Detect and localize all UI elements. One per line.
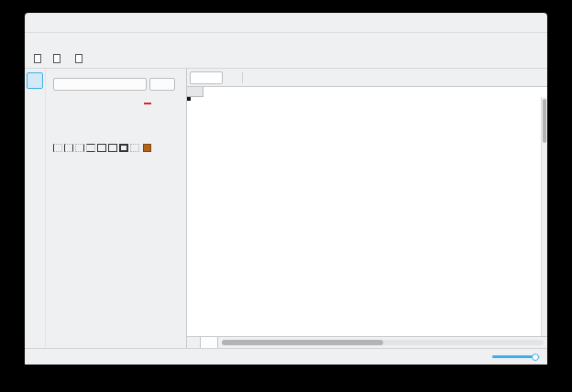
column-headers <box>187 87 547 97</box>
border-thick-button[interactable] <box>119 144 128 152</box>
border-none-button[interactable] <box>130 144 139 152</box>
sheet-tab-bar <box>187 336 547 348</box>
horizontal-scrollbar[interactable] <box>222 340 544 345</box>
cell-tool-button[interactable] <box>27 72 43 89</box>
font-color-button[interactable] <box>141 93 154 105</box>
open-document-button[interactable] <box>50 52 67 65</box>
font-size-select[interactable] <box>149 78 175 91</box>
superscript-button[interactable] <box>112 93 125 105</box>
spreadsheet-area <box>186 69 547 348</box>
tab-sheet1[interactable] <box>200 337 218 348</box>
application-window <box>25 13 547 365</box>
align-top-button[interactable] <box>97 111 110 123</box>
titlebar <box>25 13 547 33</box>
cell-selection-outline <box>187 97 191 101</box>
underline-button[interactable] <box>82 93 95 105</box>
unmerge-cells-button[interactable] <box>97 176 110 188</box>
horizontal-scrollbar-thumb[interactable] <box>222 340 383 345</box>
formula-bar <box>187 69 547 87</box>
vertical-scrollbar[interactable] <box>541 97 547 336</box>
indent-more-button[interactable] <box>68 125 81 137</box>
border-color-swatch <box>143 144 151 152</box>
indent-less-button[interactable] <box>82 125 95 137</box>
align-center-button[interactable] <box>68 111 81 123</box>
sheet-grid <box>187 87 547 336</box>
save-icon <box>75 54 82 63</box>
toolbar <box>25 49 547 69</box>
zoom-slider[interactable] <box>492 355 540 358</box>
merge-horizontal-button[interactable] <box>68 176 81 188</box>
border-right-button[interactable] <box>75 144 84 152</box>
undo-button[interactable] <box>91 57 101 60</box>
save-button[interactable] <box>72 52 86 65</box>
format-button[interactable] <box>514 57 524 60</box>
statusbar <box>25 348 547 365</box>
font-family-select[interactable] <box>53 78 147 91</box>
border-outline-button[interactable] <box>108 144 117 152</box>
new-document-button[interactable] <box>30 52 45 65</box>
bold-button[interactable] <box>53 93 66 105</box>
merge-vertical-button[interactable] <box>82 176 95 188</box>
vertical-scrollbar-thumb[interactable] <box>543 99 546 143</box>
new-document-icon <box>34 54 41 63</box>
menubar <box>25 33 547 49</box>
pen-tool-button[interactable] <box>27 114 43 131</box>
cell-reference-box[interactable] <box>190 71 223 84</box>
select-all-corner[interactable] <box>187 87 204 97</box>
cell-formatting-panel <box>45 69 182 348</box>
open-document-icon <box>53 54 60 63</box>
add-shape-button[interactable] <box>529 57 542 60</box>
zoom-slider-handle[interactable] <box>532 354 539 361</box>
pointer-tool-button[interactable] <box>27 93 43 110</box>
border-all-button[interactable] <box>97 144 106 152</box>
border-vertical-button[interactable] <box>64 144 73 152</box>
divider <box>242 72 243 83</box>
tool-strip <box>25 69 45 348</box>
strikethrough-button[interactable] <box>97 93 110 105</box>
decrease-precision-button[interactable] <box>97 158 110 170</box>
subscript-button[interactable] <box>126 93 139 105</box>
increase-precision-button[interactable] <box>82 158 95 170</box>
border-left-button[interactable] <box>53 144 62 152</box>
draw-tool-button[interactable] <box>27 136 43 152</box>
redo-button[interactable] <box>105 57 116 60</box>
angle-button[interactable] <box>53 125 66 137</box>
italic-button[interactable] <box>68 93 81 105</box>
align-bottom-button[interactable] <box>126 111 139 123</box>
border-horizontal-button[interactable] <box>86 144 95 152</box>
percent-format-button[interactable] <box>53 158 66 170</box>
align-middle-button[interactable] <box>112 111 125 123</box>
border-color-button[interactable] <box>141 143 155 153</box>
align-left-button[interactable] <box>53 111 66 123</box>
wrap-text-button[interactable] <box>97 125 110 137</box>
align-right-button[interactable] <box>82 111 95 123</box>
merge-cells-button[interactable] <box>53 176 66 188</box>
money-format-button[interactable] <box>68 158 81 170</box>
zoom-slider-fill <box>492 355 535 358</box>
